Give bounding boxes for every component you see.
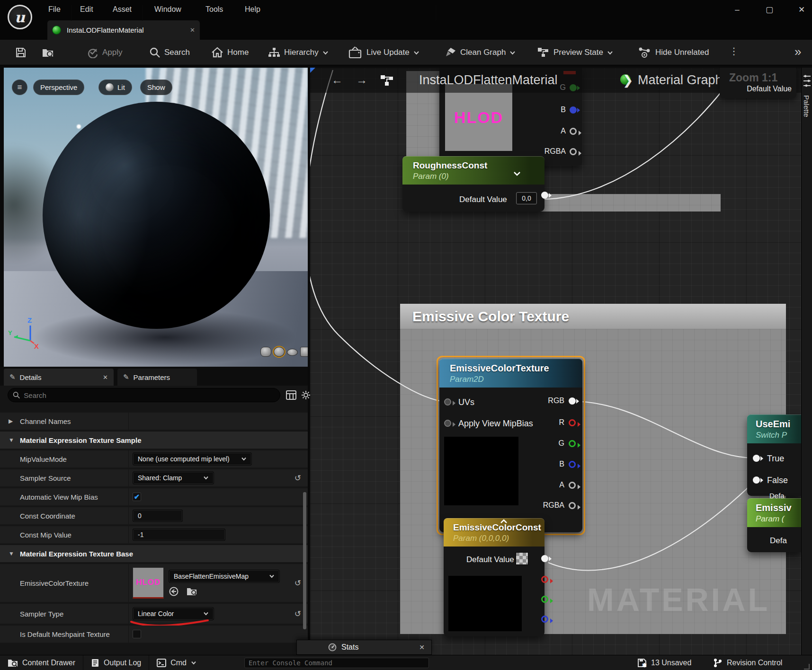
content-drawer-button[interactable]: Content Drawer: [0, 655, 83, 670]
menu-file[interactable]: File: [45, 0, 63, 19]
menu-help[interactable]: Help: [242, 0, 263, 19]
maximize-button[interactable]: ▢: [761, 3, 777, 17]
perspective-button[interactable]: Perspective: [33, 79, 84, 95]
pin-b-output[interactable]: [569, 461, 576, 468]
display-filter-icon[interactable]: [286, 390, 296, 400]
home-button[interactable]: Home: [211, 40, 249, 65]
show-button[interactable]: Show: [140, 79, 172, 95]
roughness-default-value-input[interactable]: 0,0: [516, 192, 537, 204]
breadcrumb-current[interactable]: Material Graph: [638, 73, 723, 88]
node-emissive-color-const[interactable]: EmissiveColorConst Param (0,0,0,0) Defau…: [444, 518, 544, 636]
unsaved-indicator[interactable]: ✱ 13 Unsaved: [630, 655, 699, 670]
texture-asset-dropdown[interactable]: BaseFlattenEmissiveMap: [169, 570, 280, 583]
preview-shape-plane-button[interactable]: [287, 349, 298, 356]
save-button[interactable]: [15, 40, 27, 65]
node-emissive-right[interactable]: Emissiv Param ( Defa: [747, 498, 801, 552]
pin-false-input[interactable]: [753, 476, 760, 484]
category-texture-sample[interactable]: ▼ Material Expression Texture Sample: [0, 432, 308, 450]
pin-true-input[interactable]: [753, 455, 760, 462]
comment-header-emissive[interactable]: Emissive Color Texture: [400, 304, 786, 329]
clean-graph-button[interactable]: Clean Graph: [444, 40, 516, 65]
expander-icon[interactable]: ▼: [9, 437, 14, 443]
node-roughness-const[interactable]: RoughnessConst Param (0) Default Value 0…: [402, 156, 544, 212]
apply-button[interactable]: Apply: [86, 40, 123, 65]
details-tab-close-icon[interactable]: ✕: [103, 374, 108, 381]
search-input[interactable]: [24, 391, 275, 399]
minimize-button[interactable]: –: [729, 3, 745, 17]
browse-to-asset-icon[interactable]: [187, 587, 198, 596]
details-search[interactable]: [8, 388, 280, 402]
hierarchy-button[interactable]: Hierarchy: [268, 40, 329, 65]
graph-forward-button[interactable]: →: [356, 73, 367, 87]
pin-r-output[interactable]: [541, 576, 548, 583]
pin-apply-view-mipbias-input[interactable]: [444, 420, 451, 427]
is-default-meshpaint-checkbox[interactable]: [133, 630, 141, 638]
pin-a-output[interactable]: [570, 128, 577, 135]
sampler-type-dropdown[interactable]: Linear Color: [133, 607, 214, 620]
details-scrollbar[interactable]: [303, 492, 306, 629]
viewport-menu-button[interactable]: ≡: [12, 79, 27, 95]
cmd-selector[interactable]: Cmd: [149, 655, 204, 670]
const-mip-value-input[interactable]: -1: [133, 529, 225, 541]
node-emissive-color-texture[interactable]: EmissiveColorTexture Param2D UVs Apply V…: [439, 359, 582, 532]
breadcrumb-asset[interactable]: InstaLODFlattenMaterial: [419, 73, 558, 88]
browse-to-asset-button[interactable]: [42, 40, 55, 65]
menu-tools[interactable]: Tools: [203, 0, 226, 19]
expander-icon[interactable]: ▶: [9, 418, 13, 424]
collapse-chevron-icon[interactable]: [513, 171, 521, 176]
material-preview-viewport[interactable]: ≡ Perspective Lit Show Z Y X: [4, 68, 308, 367]
menu-window[interactable]: Window: [152, 0, 184, 19]
automatic-view-mip-bias-checkbox[interactable]: ✔: [133, 493, 141, 501]
output-log-button[interactable]: Output Log: [83, 655, 149, 670]
collapse-chevron-icon[interactable]: [500, 519, 508, 524]
toolbar-overflow-button[interactable]: »: [794, 44, 801, 59]
resize-grip[interactable]: [804, 664, 810, 670]
revision-control-button[interactable]: Revision Control: [705, 655, 790, 670]
lit-mode-button[interactable]: Lit: [98, 79, 132, 95]
const-default-output-pin[interactable]: [541, 555, 548, 562]
row-channel-names[interactable]: ▶ Channel Names: [0, 413, 308, 431]
reset-to-default-icon[interactable]: ↺: [294, 578, 301, 588]
expander-icon[interactable]: ▼: [9, 550, 14, 557]
pin-g-output[interactable]: [569, 440, 576, 447]
asset-tab[interactable]: InstaLODFlattenMaterial ✕: [47, 20, 200, 40]
roughness-output-pin[interactable]: [541, 192, 548, 199]
asset-tab-close-icon[interactable]: ✕: [190, 26, 195, 34]
search-button[interactable]: Search: [149, 40, 190, 65]
pin-rgba-output[interactable]: [569, 502, 576, 509]
gear-icon[interactable]: [301, 390, 311, 400]
pin-b-output[interactable]: [541, 616, 548, 623]
tab-details[interactable]: ✎ Details ✕: [4, 369, 114, 386]
const-coordinate-input[interactable]: 0: [133, 510, 183, 522]
category-texture-base[interactable]: ▼ Material Expression Texture Base: [0, 545, 308, 563]
pin-rgb-output[interactable]: [569, 397, 576, 405]
preview-shape-sphere-button[interactable]: [274, 347, 285, 357]
use-selected-asset-icon[interactable]: [169, 587, 179, 596]
mipvaluemode-dropdown[interactable]: None (use computed mip level): [133, 452, 252, 466]
console-command-input[interactable]: [244, 658, 429, 668]
preview-shape-cube-button[interactable]: [300, 347, 308, 357]
stats-close-icon[interactable]: ✕: [419, 644, 425, 651]
toolbar-kebab-menu[interactable]: ⋮: [729, 45, 739, 57]
hide-unrelated-button[interactable]: Hide Unrelated: [638, 40, 709, 65]
pin-a-output[interactable]: [569, 482, 576, 489]
preview-shape-cylinder-button[interactable]: [260, 347, 271, 357]
texture-thumbnail[interactable]: HLOD: [133, 567, 164, 599]
close-button[interactable]: ✕: [794, 3, 810, 17]
tab-parameters[interactable]: ✎ Parameters: [117, 369, 197, 386]
pin-b-output[interactable]: [570, 106, 577, 114]
node-use-emissive-switch[interactable]: UseEmi Switch P True False: [747, 414, 801, 496]
reset-to-default-icon[interactable]: ↺: [294, 473, 301, 483]
pin-r-output[interactable]: [569, 419, 576, 426]
material-graph-canvas[interactable]: Emissive Color Texture MATERIAL HLOD G B…: [310, 68, 812, 655]
live-update-button[interactable]: Live Update: [348, 40, 419, 65]
pin-g-output[interactable]: [541, 596, 548, 603]
stats-panel[interactable]: Stats ✕: [296, 640, 432, 655]
graph-back-button[interactable]: ←: [331, 73, 343, 87]
menu-edit[interactable]: Edit: [77, 0, 96, 19]
sampler-source-dropdown[interactable]: Shared: Clamp: [133, 471, 214, 485]
reset-to-default-icon[interactable]: ↺: [294, 609, 301, 619]
palette-drawer-tab[interactable]: Palette: [801, 68, 812, 655]
pin-rgba-output[interactable]: [570, 148, 577, 155]
menu-asset[interactable]: Asset: [110, 0, 134, 19]
